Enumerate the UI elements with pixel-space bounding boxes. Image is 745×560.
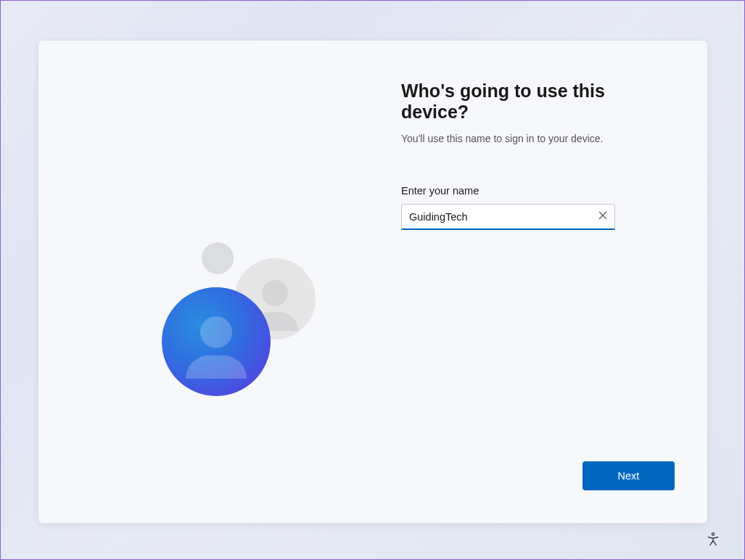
page-title: Who's going to use this device? [401,81,662,123]
svg-point-0 [712,532,714,535]
name-input[interactable] [402,211,591,223]
page-subtitle: You'll use this name to sign in to your … [401,133,662,144]
close-icon [598,211,607,222]
person-front-icon [162,287,271,396]
name-field-label: Enter your name [401,185,662,197]
user-illustration [162,244,350,432]
next-button[interactable]: Next [583,461,675,490]
accessibility-button[interactable] [704,530,723,549]
name-input-wrap [401,204,615,230]
right-content: Who's going to use this device? You'll u… [401,81,662,230]
small-dot-icon [202,242,234,274]
accessibility-icon [706,532,720,548]
setup-card: Who's going to use this device? You'll u… [38,41,707,523]
clear-input-button[interactable] [591,205,614,229]
